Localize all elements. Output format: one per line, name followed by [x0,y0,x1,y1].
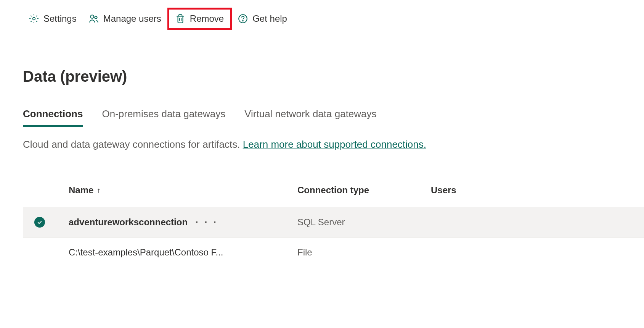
more-actions-button[interactable]: · · · [195,216,218,228]
column-header-name[interactable]: Name ↑ [69,185,297,196]
help-icon [238,14,248,24]
description-text: Cloud and data gateway connections for a… [0,127,644,166]
settings-button[interactable]: Settings [23,10,83,28]
manage-users-label: Manage users [103,13,161,24]
svg-point-1 [90,15,94,18]
learn-more-link[interactable]: Learn more about supported connections. [243,139,426,150]
tab-virtual-network[interactable]: Virtual network data gateways [244,108,376,127]
settings-label: Settings [43,13,77,24]
get-help-label: Get help [252,13,287,24]
table-row[interactable]: C:\test-examples\Parquet\Contoso F... Fi… [23,238,644,267]
users-icon [89,14,99,24]
connection-type: File [297,247,431,258]
remove-label: Remove [190,13,224,24]
page-title: Data (preview) [0,37,644,100]
get-help-button[interactable]: Get help [232,10,293,28]
table-header: Name ↑ Connection type Users [23,166,644,207]
tab-on-premises[interactable]: On-premises data gateways [102,108,225,127]
tabs-container: Connections On-premises data gateways Vi… [0,108,644,127]
connection-type: SQL Server [297,217,431,228]
remove-highlight-box: Remove [167,8,232,30]
table-row[interactable]: adventureworksconnection · · · SQL Serve… [23,207,644,238]
column-header-type[interactable]: Connection type [297,185,431,196]
trash-icon [175,14,185,24]
gear-icon [29,14,39,24]
manage-users-button[interactable]: Manage users [83,10,167,28]
svg-point-0 [33,18,35,20]
connection-name: adventureworksconnection [69,217,188,228]
toolbar: Settings Manage users Remove [0,8,644,37]
tab-connections[interactable]: Connections [23,108,83,127]
svg-point-6 [243,21,243,21]
column-header-users[interactable]: Users [431,185,644,196]
svg-point-2 [95,16,97,19]
connections-table: Name ↑ Connection type Users adventurewo… [0,166,644,267]
sort-arrow-icon: ↑ [96,186,100,195]
description-body: Cloud and data gateway connections for a… [23,139,243,150]
remove-button[interactable]: Remove [169,10,230,28]
connection-name: C:\test-examples\Parquet\Contoso F... [69,247,223,258]
checkmark-icon [34,217,45,228]
